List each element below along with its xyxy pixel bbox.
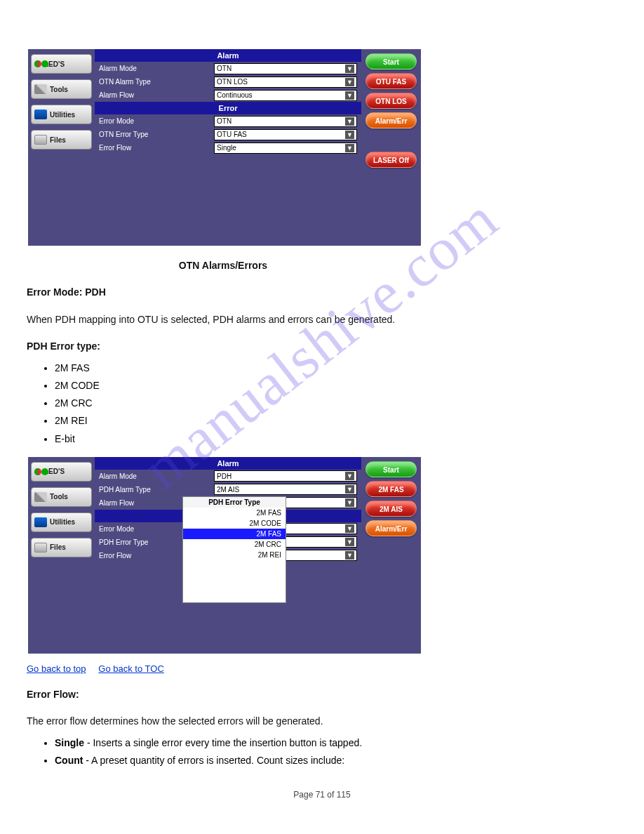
form-row: OTN Error TypeOTU FAS▼ (95, 128, 361, 141)
rightbar: Start2M FAS2M AISAlarm/Err (361, 457, 421, 654)
sidebar-item-label: Tools (50, 86, 68, 93)
form-row: Error ModeOTN▼ (95, 114, 361, 128)
select-value: OTN (217, 65, 232, 72)
popup-item[interactable]: 2M CODE (183, 518, 286, 529)
list-item: 2M CODE (55, 378, 623, 394)
sidebar-item-label: Utilities (50, 111, 75, 119)
list-item: E-bit (55, 431, 623, 447)
ic-tools-icon (34, 84, 47, 94)
form-label: Alarm Mode (99, 65, 211, 72)
popup-item[interactable]: 2M REI (183, 550, 286, 560)
form-row: Alarm FlowContinuous▼ (95, 88, 361, 102)
form-row: Alarm ModeOTN▼ (95, 62, 361, 75)
ic-util-icon (34, 110, 47, 119)
select-errorflow[interactable]: Single▼ (214, 143, 357, 154)
action-alarmerr[interactable]: Alarm/Err (365, 112, 417, 128)
sidebar-tools[interactable]: Tools (31, 79, 92, 99)
form-label: OTN Alarm Type (99, 78, 211, 86)
chevron-down-icon: ▼ (345, 498, 354, 507)
sidebar-item-label: Files (50, 543, 66, 551)
select-errormode[interactable]: OTN▼ (214, 116, 357, 127)
pdh-error-type-popup[interactable]: PDH Error Type 2M FAS2M CODE2M FAS2M CRC… (182, 496, 286, 603)
select-alarmflow[interactable]: Continuous▼ (214, 90, 357, 101)
action-otufas[interactable]: OTU FAS (365, 73, 417, 89)
link-back-toc[interactable]: Go back to TOC (98, 663, 163, 674)
form-label: PDH Alarm Type (99, 486, 211, 494)
select-value: OTN (217, 117, 232, 125)
ic-leds-icon (34, 60, 41, 67)
ic-util-icon (34, 517, 47, 527)
chevron-down-icon: ▼ (345, 472, 354, 480)
action-mais[interactable]: 2M AIS (365, 501, 417, 517)
popup-item[interactable]: 2M FAS (183, 529, 286, 539)
select-otnerrortype[interactable]: OTU FAS▼ (214, 129, 357, 140)
chevron-down-icon: ▼ (345, 538, 354, 546)
chevron-down-icon: ▼ (345, 78, 354, 86)
error-flow-text: The error flow determines how the select… (27, 714, 616, 728)
error-flow-list: Single - Inserts a single error every ti… (55, 735, 623, 769)
select-value: OTN LOS (217, 78, 248, 86)
sidebar-files[interactable]: Files (31, 538, 92, 557)
action-mfas[interactable]: 2M FAS (365, 481, 417, 497)
ic-tools-icon (34, 492, 47, 502)
popup-title: PDH Error Type (183, 497, 286, 508)
select-otnalarmtype[interactable]: OTN LOS▼ (214, 77, 357, 88)
pdh-lead: When PDH mapping into OTU is selected, P… (27, 312, 616, 326)
form-row: OTN Alarm TypeOTN LOS▼ (95, 75, 361, 88)
sidebar-utilities[interactable]: Utilities (31, 512, 92, 532)
sidebar-item-label: Files (50, 136, 66, 144)
select-value: Continuous (217, 91, 253, 99)
chevron-down-icon: ▼ (345, 91, 354, 100)
form-label: Alarm Flow (99, 91, 211, 99)
sidebar: LED'SToolsUtilitiesFiles (28, 49, 95, 246)
chevron-down-icon: ▼ (345, 117, 354, 126)
sidebar-item-label: Utilities (50, 518, 75, 526)
chevron-down-icon: ▼ (345, 144, 354, 152)
select-alarmmode[interactable]: PDH▼ (214, 470, 357, 482)
app-panel-pdh: LED'SToolsUtilitiesFiles Alarm Alarm Mod… (28, 457, 421, 654)
action-otnlos[interactable]: OTN LOS (365, 93, 417, 109)
popup-item[interactable]: 2M CRC (183, 539, 286, 550)
action-start[interactable]: Start (365, 53, 417, 70)
sidebar-utilities[interactable]: Utilities (31, 105, 92, 124)
select-value: OTU FAS (217, 131, 247, 138)
alarm-header: Alarm (95, 49, 361, 62)
center-pane: Alarm Alarm ModePDH▼PDH Alarm Type2M AIS… (95, 457, 361, 654)
popup-item[interactable]: 2M FAS (183, 508, 286, 518)
center-pane: Alarm Alarm ModeOTN▼OTN Alarm TypeOTN LO… (95, 49, 361, 246)
ic-files-icon (34, 543, 47, 552)
sidebar-tools[interactable]: Tools (31, 487, 92, 507)
list-item: 2M REI (55, 413, 623, 429)
form-row: Error FlowSingle▼ (95, 141, 361, 154)
list-item: Count - A preset quantity of errors is i… (55, 753, 623, 769)
sidebar-leds[interactable]: LED'S (31, 462, 92, 482)
chevron-down-icon: ▼ (345, 551, 354, 560)
form-row: Alarm ModePDH▼ (95, 470, 361, 483)
ic-leds-icon (34, 468, 41, 475)
select-alarmmode[interactable]: OTN▼ (214, 63, 357, 74)
form-label: Error Mode (99, 117, 211, 125)
error-header: Error (95, 102, 361, 114)
pdh-error-list: 2M FAS2M CODE2M CRC2M REIE-bit (55, 360, 623, 446)
list-item: Single - Inserts a single error every ti… (55, 735, 623, 751)
pdh-error-type-label: PDH Error type: (27, 339, 616, 353)
sidebar: LED'SToolsUtilitiesFiles (28, 457, 95, 654)
action-alarmerr[interactable]: Alarm/Err (365, 520, 417, 536)
action-start[interactable]: Start (365, 461, 417, 477)
link-back-top[interactable]: Go back to top (27, 663, 86, 674)
alarm-header: Alarm (95, 457, 361, 470)
select-pdhalarmtype[interactable]: 2M AIS▼ (214, 484, 357, 495)
select-value: Single (217, 144, 236, 152)
app-panel-otn: LED'SToolsUtilitiesFiles Alarm Alarm Mod… (28, 49, 421, 246)
error-flow-heading: Error Flow: (27, 687, 616, 701)
figure-caption: OTN Alarms/Errors (27, 258, 420, 272)
form-label: OTN Error Type (99, 131, 211, 138)
form-label: Alarm Mode (99, 472, 211, 480)
error-mode-heading: Error Mode: PDH (27, 285, 616, 299)
sidebar-files[interactable]: Files (31, 130, 92, 150)
chevron-down-icon: ▼ (345, 524, 354, 533)
action-laseroff[interactable]: LASER Off (365, 152, 417, 168)
sidebar-leds[interactable]: LED'S (31, 54, 92, 74)
select-value: 2M AIS (217, 486, 239, 494)
form-row: PDH Alarm Type2M AIS▼ (95, 483, 361, 496)
